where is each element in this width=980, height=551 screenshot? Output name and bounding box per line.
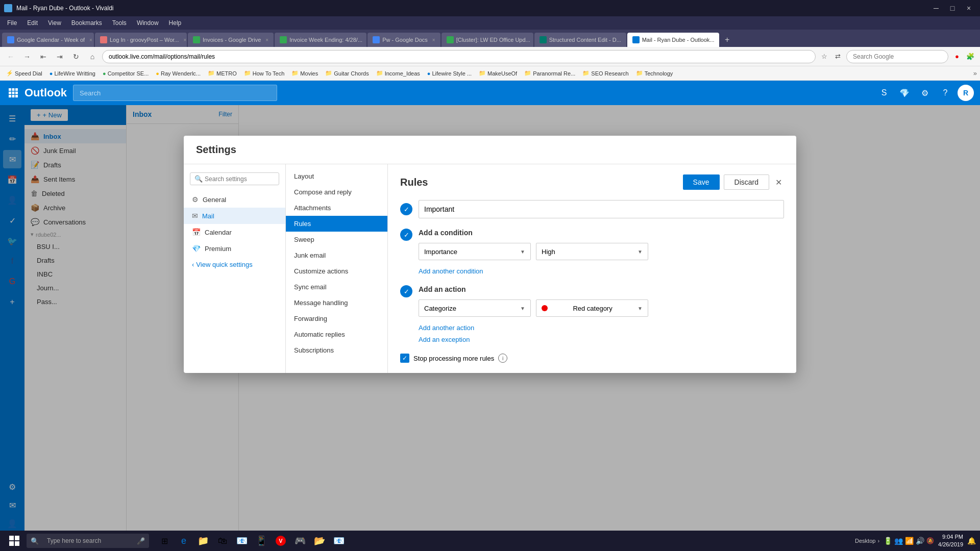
tab-close-button[interactable]: × bbox=[89, 37, 92, 43]
add-another-condition-button[interactable]: Add another condition bbox=[419, 265, 483, 277]
action-value-select[interactable]: Red category ▼ bbox=[536, 299, 648, 317]
settings-search-wrap[interactable]: 🔍 bbox=[190, 172, 279, 185]
settings-mid-junk[interactable]: Junk email bbox=[286, 247, 387, 263]
action-type-select[interactable]: Categorize ▼ bbox=[419, 299, 531, 317]
rule-name-input[interactable] bbox=[419, 200, 784, 218]
close-button[interactable]: × bbox=[962, 1, 976, 15]
settings-mid-customize[interactable]: Customize actions bbox=[286, 263, 387, 279]
reload-button[interactable]: ↻ bbox=[69, 50, 83, 63]
notification-icon[interactable]: 🔔 bbox=[967, 537, 976, 545]
taskbar-search-input[interactable] bbox=[42, 534, 134, 548]
search-google-input[interactable] bbox=[846, 50, 948, 63]
add-tab-button[interactable]: + bbox=[720, 33, 734, 47]
settings-mid-layout[interactable]: Layout bbox=[286, 168, 387, 184]
menu-bookmarks[interactable]: Bookmarks bbox=[66, 16, 107, 30]
tab-close-button[interactable]: × bbox=[184, 37, 187, 43]
settings-mid-auto-replies[interactable]: Automatic replies bbox=[286, 327, 387, 342]
tab-close-button[interactable]: × bbox=[265, 37, 268, 43]
address-input[interactable] bbox=[102, 50, 816, 63]
tab-structured[interactable]: Structured Content Edit - D... × bbox=[534, 33, 626, 47]
forward-button[interactable]: → bbox=[20, 50, 34, 63]
bookmark-income[interactable]: 📁 Income_Ideas bbox=[373, 69, 423, 78]
settings-icon[interactable]: ⚙ bbox=[917, 85, 933, 101]
skype-icon[interactable]: S bbox=[876, 85, 892, 101]
menu-view[interactable]: View bbox=[43, 16, 66, 30]
tab-cluster[interactable]: [Cluster]: LW ED Office Upd... × bbox=[442, 33, 533, 47]
view-quick-settings-link[interactable]: ‹ View quick settings bbox=[184, 257, 285, 272]
volume-mute-icon[interactable]: 🔕 bbox=[926, 537, 934, 544]
settings-mid-rules[interactable]: Rules bbox=[286, 216, 387, 232]
settings-mid-attachments[interactable]: Attachments bbox=[286, 200, 387, 216]
tab-google-calendar[interactable]: Google Calendar - Week of × bbox=[2, 33, 94, 47]
volume-icon[interactable]: 🔊 bbox=[916, 537, 924, 545]
extension-icon[interactable]: 🧩 bbox=[965, 51, 976, 62]
first-button[interactable]: ⇤ bbox=[37, 50, 50, 63]
bookmark-lifewire-style[interactable]: ● Lifewire Style ... bbox=[424, 69, 475, 78]
taskbar-store[interactable]: 🛍 bbox=[213, 532, 232, 550]
bookmark-icon[interactable]: ☆ bbox=[819, 51, 830, 62]
taskbar-outlook-app[interactable]: 📧 bbox=[330, 532, 348, 550]
menu-file[interactable]: File bbox=[2, 16, 22, 30]
bookmark-metro[interactable]: 📁 METRO bbox=[205, 69, 240, 78]
taskbar-phone[interactable]: 📱 bbox=[252, 532, 271, 550]
taskbar-explorer[interactable]: 📁 bbox=[194, 532, 212, 550]
stop-processing-checkbox[interactable]: ✓ bbox=[400, 354, 409, 363]
bookmark-seo[interactable]: 📁 SEO Research bbox=[579, 69, 631, 78]
help-icon[interactable]: ? bbox=[937, 85, 953, 101]
tab-invoice-week[interactable]: Invoice Week Ending: 4/28/... × bbox=[275, 33, 366, 47]
taskbar-app7[interactable]: 🎮 bbox=[291, 532, 309, 550]
tab-pw-docs[interactable]: Pw - Google Docs × bbox=[368, 33, 440, 47]
tab-close-button[interactable]: × bbox=[626, 37, 626, 43]
microphone-icon[interactable]: 🎤 bbox=[137, 537, 145, 545]
bookmark-paranormal[interactable]: 📁 Paranormal Re... bbox=[521, 69, 578, 78]
bookmark-speed-dial[interactable]: ⚡ Speed Dial bbox=[3, 69, 45, 78]
close-rules-button[interactable]: ✕ bbox=[773, 174, 784, 190]
back-button[interactable]: ← bbox=[4, 50, 17, 63]
bookmark-howto[interactable]: 📁 How To Tech bbox=[241, 69, 288, 78]
minimize-button[interactable]: ─ bbox=[929, 1, 943, 15]
bookmark-movies[interactable]: 📁 Movies bbox=[288, 69, 321, 78]
sync-icon[interactable]: ⇄ bbox=[832, 51, 843, 62]
condition-type-select[interactable]: Importance ▼ bbox=[419, 243, 531, 260]
taskbar-search-box[interactable]: 🔍 🎤 bbox=[27, 534, 149, 548]
settings-mid-message[interactable]: Message handling bbox=[286, 295, 387, 311]
settings-mid-subscriptions[interactable]: Subscriptions bbox=[286, 342, 387, 358]
condition-value-select[interactable]: High ▼ bbox=[536, 243, 648, 260]
taskbar-desktop-button[interactable]: Desktop › bbox=[855, 538, 879, 544]
add-another-action-button[interactable]: Add another action bbox=[419, 322, 474, 334]
settings-mid-sync[interactable]: Sync email bbox=[286, 279, 387, 295]
bookmark-makeuseof[interactable]: 📁 MakeUseOf bbox=[476, 69, 520, 78]
settings-nav-mail[interactable]: ✉ Mail bbox=[184, 208, 285, 224]
taskbar-filezilla[interactable]: 📂 bbox=[310, 532, 329, 550]
settings-search-input[interactable] bbox=[205, 176, 275, 183]
window-controls[interactable]: ─ □ × bbox=[929, 1, 976, 15]
taskbar-task-view[interactable]: ⊞ bbox=[155, 532, 174, 550]
grid-menu-icon[interactable] bbox=[6, 86, 20, 100]
menu-edit[interactable]: Edit bbox=[22, 16, 43, 30]
bookmark-guitar[interactable]: 📁 Guitar Chords bbox=[322, 69, 372, 78]
bookmark-lifewire[interactable]: ● LifeWire Writting bbox=[46, 69, 99, 78]
save-button[interactable]: Save bbox=[683, 174, 720, 190]
avatar[interactable]: R bbox=[958, 85, 974, 101]
tab-mail-active[interactable]: Mail - Ryan Dube - Outlook... × bbox=[627, 33, 719, 47]
tab-groovypost[interactable]: Log In · groovyPost – Wor... × bbox=[95, 33, 187, 47]
start-button[interactable] bbox=[4, 532, 24, 550]
more-bookmarks-button[interactable]: » bbox=[973, 69, 977, 77]
battery-icon[interactable]: 🔋 bbox=[884, 537, 892, 545]
settings-nav-general[interactable]: ⚙ General bbox=[184, 191, 285, 208]
maximize-button[interactable]: □ bbox=[945, 1, 960, 15]
last-button[interactable]: ⇥ bbox=[53, 50, 66, 63]
bookmark-technology[interactable]: 📁 Technology bbox=[633, 69, 676, 78]
discard-button[interactable]: Discard bbox=[724, 174, 769, 190]
tab-close-button[interactable]: × bbox=[432, 37, 435, 43]
bookmark-competitor[interactable]: ● Competitor SE... bbox=[100, 69, 152, 78]
network-icon[interactable]: 📶 bbox=[905, 537, 914, 545]
settings-mid-forwarding[interactable]: Forwarding bbox=[286, 311, 387, 327]
taskbar-mail-app[interactable]: 📧 bbox=[233, 532, 251, 550]
rewards-icon[interactable]: 💎 bbox=[896, 85, 913, 101]
taskbar-clock[interactable]: 9:04 PM 4/26/2019 bbox=[938, 533, 963, 549]
settings-nav-calendar[interactable]: 📅 Calendar bbox=[184, 224, 285, 240]
settings-nav-premium[interactable]: 💎 Premium bbox=[184, 240, 285, 257]
home-button[interactable]: ⌂ bbox=[86, 50, 99, 63]
profile-icon[interactable]: ● bbox=[951, 51, 963, 62]
